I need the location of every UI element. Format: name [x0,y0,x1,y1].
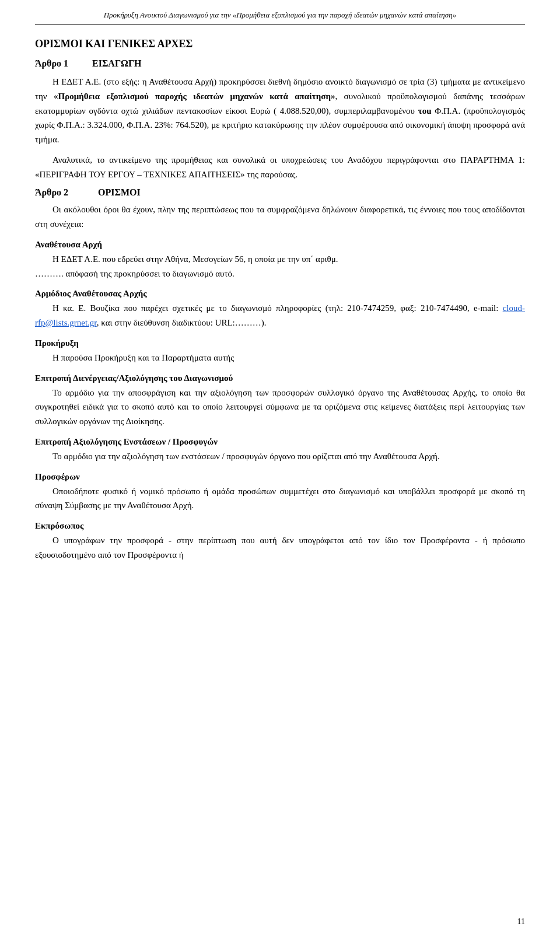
article1-number: Άρθρο 1 [35,58,82,69]
article1-paragraph2: Αναλυτικά, το αντικείμενο της προμήθειας… [35,153,525,182]
article2-intro: Οι ακόλουθοι όροι θα έχουν, πλην της περ… [35,202,525,232]
article1-heading-row: Άρθρο 1 ΕΙΣΑΓΩΓΗ [35,58,525,69]
edet-prefix: Η ΕΔΕΤ Α.Ε. [52,77,104,86]
main-title: ΟΡΙΣΜΟΙ ΚΑΙ ΓΕΝΙΚΕΣ ΑΡΧΕΣ [35,38,525,50]
section-anatheti-text: Η ΕΔΕΤ Α.Ε. που εδρεύει στην Αθήνα, Μεσο… [35,252,525,281]
section-prokiriksi-text: Η παρούσα Προκήρυξη και τα Παραρτήματα α… [35,351,525,365]
section-label-epitropi-dien: Επιτροπή Διενέργειας/Αξιολόγησης του Δια… [35,373,525,383]
page-number: 11 [517,917,525,926]
section-prosferon-text: Οποιοδήποτε φυσικό ή νομικό πρόσωπο ή ομ… [35,484,525,513]
article1-title: ΕΙΣΑΓΩΓΗ [92,58,142,69]
section-label-ekprosopos: Εκπρόσωπος [35,521,525,531]
page-header: Προκήρυξη Ανοικτού Διαγωνισμού για την «… [35,11,525,25]
article1-paragraph1: Η ΕΔΕΤ Α.Ε. (στο εξής: η Αναθέτουσα Αρχή… [35,75,525,147]
section-ekprosopos-text: Ο υπογράφων την προσφορά - στην περίπτωσ… [35,533,525,562]
article2-title: ΟΡΙΣΜΟΙ [98,187,141,198]
section-label-prokiriksi: Προκήρυξη [35,338,525,348]
section-label-prosferon: Προσφέρων [35,472,525,482]
article1-p1-text: (στο εξής: η Αναθέτουσα Αρχή) προκηρύσσε… [35,77,525,144]
email-link[interactable]: cloud-rfp@lists.grnet.gr [35,303,525,327]
section-epitropi-axios-text: Το αρμόδιο για την αξιολόγηση των ενστάσ… [35,449,525,464]
article1-heading: Άρθρο 1 ΕΙΣΑΓΩΓΗ [35,58,525,69]
section-label-armodios: Αρμόδιος Αναθέτουσας Αρχής [35,289,525,299]
header-text: Προκήρυξη Ανοικτού Διαγωνισμού για την «… [104,11,456,19]
section-label-epitropi-axios: Επιτροπή Αξιολόγησης Ενστάσεων / Προσφυγ… [35,437,525,447]
article2-heading: Άρθρο 2 ΟΡΙΣΜΟΙ [35,187,525,198]
section-armodios-text: Η κα. Ε. Βουζίκα που παρέχει σχετικές με… [35,301,525,330]
section-epitropi-dien-text: Το αρμόδιο για την αποσφράγιση και την α… [35,386,525,429]
article2-number: Άρθρο 2 [35,187,82,198]
page: Προκήρυξη Ανοικτού Διαγωνισμού για την «… [0,0,560,937]
section-label-anatheti: Αναθέτουσα Αρχή [35,240,525,250]
